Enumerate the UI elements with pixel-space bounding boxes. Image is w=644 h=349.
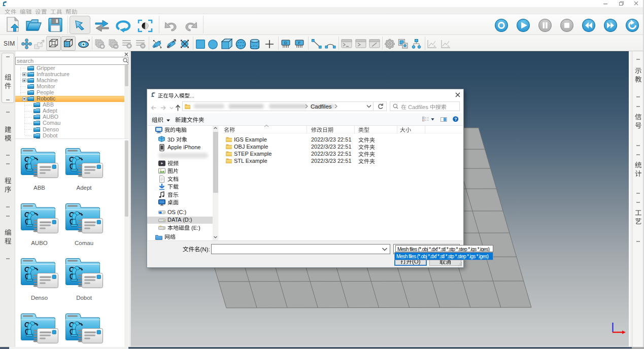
svg-text:?: ? [454,116,457,121]
svg-text:F: F [298,41,301,45]
svg-text:D: D [284,41,287,45]
